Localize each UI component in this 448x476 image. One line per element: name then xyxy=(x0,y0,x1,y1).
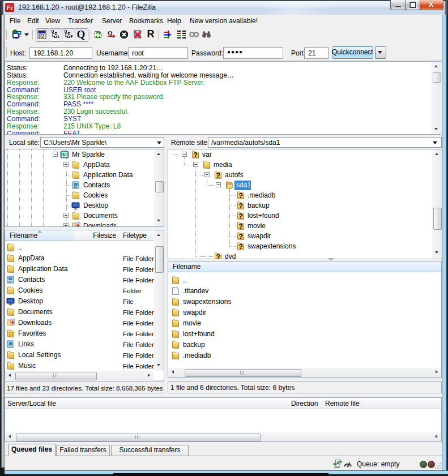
svg-text:F: F xyxy=(71,34,73,39)
svg-text:Fz: Fz xyxy=(6,4,13,11)
svg-text:Q: Q xyxy=(108,29,113,36)
svg-text:L: L xyxy=(58,34,60,39)
